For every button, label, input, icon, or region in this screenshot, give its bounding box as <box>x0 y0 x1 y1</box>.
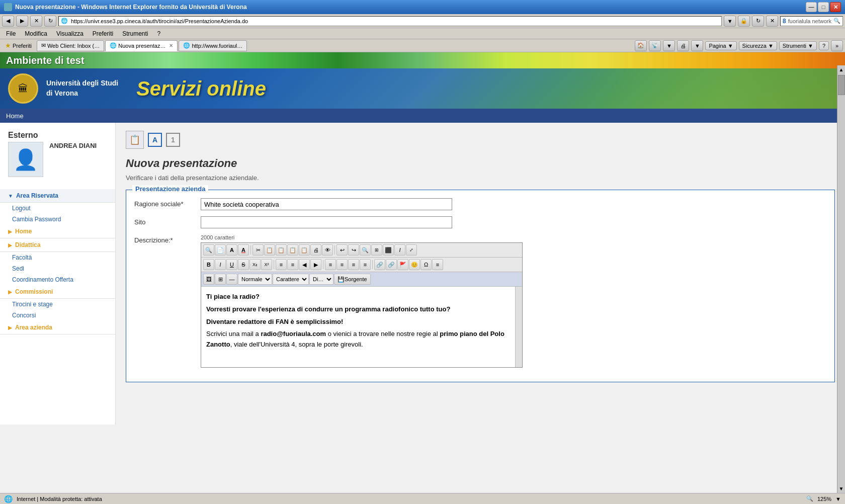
rte-special-char-btn[interactable]: Ω <box>420 259 432 270</box>
tab-nuova-presentazione[interactable]: 🌐 Nuova presentaz… ✕ <box>105 40 178 51</box>
rte-template-btn[interactable]: ≡ <box>432 259 443 270</box>
home-icon-btn[interactable]: 🏠 <box>635 40 647 51</box>
rte-redo-btn[interactable]: ↪ <box>348 244 359 256</box>
help-button[interactable]: ? <box>819 41 829 50</box>
sidebar-link-facolta[interactable]: Facoltà <box>0 252 115 263</box>
tab-close-button[interactable]: ✕ <box>169 43 173 48</box>
rte-undo-btn[interactable]: ↩ <box>336 244 348 256</box>
rte-page-break-btn[interactable]: ⊞ <box>371 244 382 256</box>
back-button[interactable]: ◀ <box>2 16 14 27</box>
menu-modifica[interactable]: Modifica <box>21 29 51 38</box>
ragione-sociale-input[interactable] <box>201 198 452 210</box>
rte-bold-btn[interactable]: B <box>203 259 214 270</box>
rte-outdent-btn[interactable]: ◀ <box>299 259 310 270</box>
menu-file[interactable]: File <box>2 29 20 38</box>
forward-button[interactable]: ▶ <box>16 16 28 27</box>
pagina-button[interactable]: Pagina ▼ <box>705 41 736 50</box>
menu-preferiti[interactable]: Preferiti <box>89 29 117 38</box>
menu-strumenti[interactable]: Strumenti <box>118 29 152 38</box>
rte-font-color-btn[interactable]: A <box>238 244 249 256</box>
rss-btn[interactable]: 📡 <box>649 40 661 51</box>
rte-italic-btn[interactable]: I <box>215 259 226 270</box>
rte-scrollbar[interactable] <box>515 287 522 367</box>
tab-fuoriaula[interactable]: 🌐 http://www.fuoriaul… <box>179 40 247 51</box>
sidebar-link-sedi[interactable]: Sedi <box>0 263 115 274</box>
stop-button[interactable]: ✕ <box>30 16 42 27</box>
rte-format-select[interactable]: Normale <box>238 274 272 285</box>
expand-button[interactable]: » <box>831 40 843 51</box>
rte-paste-text-btn[interactable]: 📋 <box>287 244 298 256</box>
close-button[interactable]: ✕ <box>830 2 841 12</box>
rte-size-select[interactable]: Di… <box>309 274 333 285</box>
stop-nav-button[interactable]: ✕ <box>766 16 778 27</box>
rte-italic2-btn[interactable]: I <box>394 244 405 256</box>
home-link[interactable]: Home <box>6 112 24 120</box>
minimize-button[interactable]: — <box>806 2 817 12</box>
rte-underline-btn[interactable]: U <box>226 259 237 270</box>
scroll-thumb[interactable] <box>838 75 845 95</box>
rte-preview-btn[interactable]: 👁 <box>322 244 333 256</box>
restore-button[interactable]: □ <box>818 2 829 12</box>
rte-align-center-btn[interactable]: ≡ <box>336 259 348 270</box>
sidebar-area-riservata-toggle[interactable]: Area Riservata <box>0 189 115 203</box>
rte-font-a-btn[interactable]: A <box>226 244 237 256</box>
rte-zoom-btn[interactable]: 🔍 <box>360 244 371 256</box>
sito-input[interactable] <box>201 216 452 228</box>
rte-anchor-btn[interactable]: 🚩 <box>397 259 408 270</box>
menu-visualizza[interactable]: Visualizza <box>52 29 88 38</box>
rte-rule-btn[interactable]: — <box>226 274 237 285</box>
rte-block-btn[interactable]: ⬛ <box>383 244 394 256</box>
rte-indent-btn[interactable]: ▶ <box>310 259 321 270</box>
rss-dropdown[interactable]: ▼ <box>663 40 675 51</box>
favorites-button[interactable]: ★ Preferiti <box>2 41 35 50</box>
rte-ul-btn[interactable]: ≡ <box>287 259 298 270</box>
sidebar-link-cambia-password[interactable]: Cambia Password <box>0 214 115 225</box>
sidebar-link-tirocini[interactable]: Tirocini e stage <box>0 299 115 310</box>
menu-help[interactable]: ? <box>153 29 165 38</box>
sidebar-home-toggle[interactable]: Home <box>0 225 115 238</box>
sidebar-area-azienda-toggle[interactable]: Area azienda <box>0 321 115 334</box>
strumenti-button[interactable]: Strumenti ▼ <box>779 41 817 50</box>
address-field[interactable]: 🌐 https://univr.esse3.pp.cineca.it/auth/… <box>58 16 722 26</box>
rte-sorgente-btn[interactable]: 💾 Sorgente <box>334 274 371 285</box>
tab-webclient[interactable]: ✉ Web Client: Inbox (… <box>37 40 104 51</box>
rte-source-btn[interactable]: 📄 <box>215 244 226 256</box>
sidebar-link-coordinamento[interactable]: Coordinamento Offerta <box>0 274 115 285</box>
rte-font-select[interactable]: Carattere <box>273 274 309 285</box>
print-dropdown[interactable]: ▼ <box>691 40 703 51</box>
search-icon[interactable]: 🔍 <box>833 18 840 24</box>
rte-image-btn[interactable]: 🖼 <box>203 274 214 285</box>
rte-paste-word-btn[interactable]: 📋 <box>299 244 310 256</box>
sidebar-link-concorsi[interactable]: Concorsi <box>0 310 115 321</box>
sicurezza-button[interactable]: Sicurezza ▼ <box>739 41 777 50</box>
rte-print-btn[interactable]: 🖨 <box>310 244 321 256</box>
page-scrollbar[interactable]: ▲ ▼ <box>837 65 845 425</box>
rte-align-left-btn[interactable]: ≡ <box>325 259 336 270</box>
nav-tools-button[interactable]: ↻ <box>752 16 764 27</box>
search-box[interactable]: 8 fuorialula network 🔍 <box>780 16 843 26</box>
rte-copy-btn[interactable]: 📋 <box>264 244 275 256</box>
rte-fullscreen-btn[interactable]: ⤢ <box>406 244 417 256</box>
sidebar-link-logout[interactable]: Logout <box>0 203 115 214</box>
rte-emoji-btn[interactable]: 😊 <box>409 259 420 270</box>
sito-row: Sito <box>134 216 826 228</box>
go-button[interactable]: ▼ <box>724 16 736 27</box>
rte-strike-btn[interactable]: S <box>238 259 249 270</box>
refresh-button[interactable]: ↻ <box>44 16 56 27</box>
sidebar-didattica-toggle[interactable]: Didattica <box>0 238 115 252</box>
rte-paste-btn[interactable]: 📋 <box>276 244 287 256</box>
rte-unlink-btn[interactable]: 🔗 <box>386 259 397 270</box>
rte-ol-btn[interactable]: ≡ <box>276 259 287 270</box>
rte-cut-btn[interactable]: ✂ <box>252 244 264 256</box>
print-btn[interactable]: 🖨 <box>677 40 689 51</box>
rte-align-right-btn[interactable]: ≡ <box>348 259 359 270</box>
rte-link-btn[interactable]: 🔗 <box>374 259 385 270</box>
sidebar-commissioni-toggle[interactable]: Commissioni <box>0 285 115 299</box>
rte-subscript-btn[interactable]: X₂ <box>249 259 261 270</box>
rte-superscript-btn[interactable]: X² <box>261 259 272 270</box>
rte-find-btn[interactable]: 🔍 <box>203 244 214 256</box>
rte-table-btn[interactable]: ⊞ <box>215 274 226 285</box>
rte-content-area[interactable]: Ti piace la radio? Vorresti provare l'es… <box>201 287 522 367</box>
rte-align-justify-btn[interactable]: ≡ <box>360 259 371 270</box>
scroll-up-button[interactable]: ▲ <box>837 65 845 74</box>
